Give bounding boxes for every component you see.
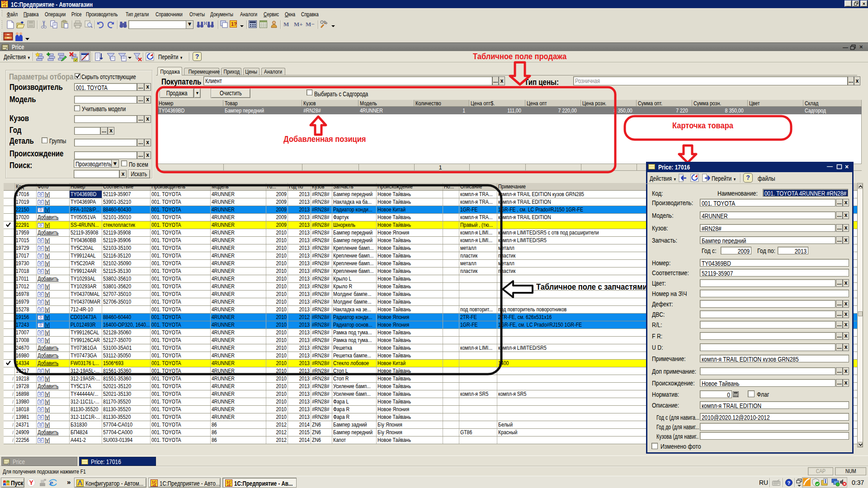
svg-text:?: ? [788,480,791,486]
svg-text:v8: v8 [152,483,156,487]
svg-text:Y: Y [29,479,34,486]
svg-text:v8: v8 [227,483,231,487]
svg-text:M−: M− [306,21,315,28]
svg-text:M+: M+ [294,21,303,28]
svg-text:M: M [283,21,289,28]
svg-text:1?: 1? [231,21,237,27]
